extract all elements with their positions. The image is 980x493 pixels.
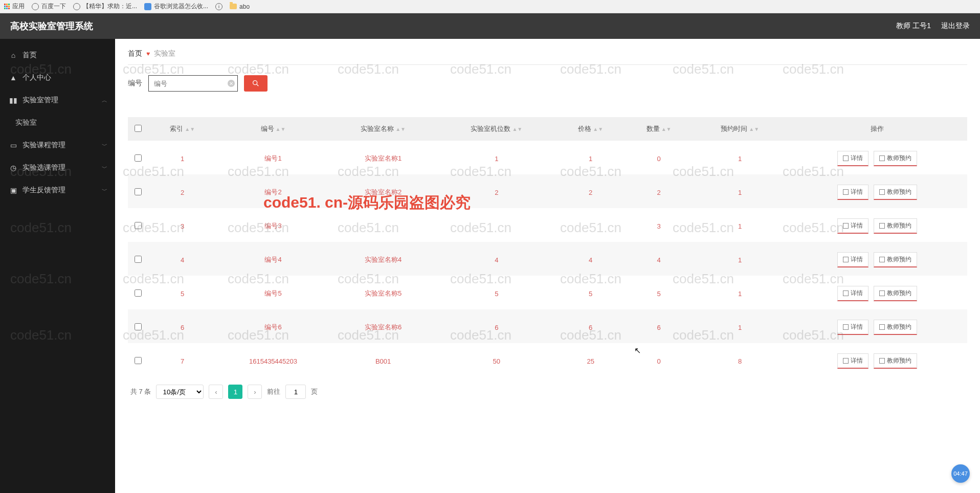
bookmark-readlist[interactable]: i — [215, 3, 222, 10]
row-checkbox[interactable] — [135, 154, 142, 162]
page-size-select[interactable]: 10条/页 — [156, 385, 204, 399]
search-button[interactable] — [244, 75, 268, 92]
teacher-reserve-button[interactable]: 教师预约 — [874, 185, 917, 200]
bookmark-baidu[interactable]: 百度一下 — [32, 2, 66, 11]
cell-index: 3 — [148, 209, 216, 243]
detail-button[interactable]: 详情 — [837, 320, 868, 335]
teacher-reserve-button[interactable]: 教师预约 — [874, 353, 917, 369]
sort-icon[interactable]: ▲▼ — [512, 128, 522, 131]
info-icon: i — [215, 3, 222, 10]
detail-button[interactable]: 详情 — [837, 286, 868, 301]
teacher-reserve-button[interactable]: 教师预约 — [874, 320, 917, 335]
search-bar: 编号 ✕ — [128, 75, 967, 92]
table-row: 2 编号2 实验室名称2 2 2 2 1 详情 教师预约 — [128, 175, 967, 209]
cell-index: 5 — [148, 277, 216, 310]
browser-bookmarks-bar: 应用 百度一下 【精华】求助：近... 谷歌浏览器怎么收... i abo — [0, 0, 980, 13]
cell-name — [330, 209, 437, 243]
goto-page-input[interactable] — [285, 385, 306, 399]
sidebar-item-elective-manage[interactable]: ◷ 实验选课管理 ﹀ — [0, 156, 115, 179]
sidebar-item-lab-manage[interactable]: ▮▮ 实验室管理 ︿ — [0, 89, 115, 111]
sidebar-item-feedback-manage[interactable]: ▣ 学生反馈管理 ﹀ — [0, 179, 115, 201]
detail-icon — [843, 290, 849, 296]
logout-link[interactable]: 退出登录 — [941, 21, 970, 31]
bookmark-label: 【精华】求助：近... — [83, 2, 137, 11]
detail-icon — [843, 358, 849, 364]
cell-code: 编号4 — [216, 243, 329, 277]
search-label: 编号 — [128, 79, 142, 88]
chart-icon: ▮▮ — [9, 96, 17, 104]
sort-icon[interactable]: ▲▼ — [185, 128, 195, 131]
cell-name: 实验室名称6 — [330, 310, 437, 344]
clear-icon[interactable]: ✕ — [228, 80, 235, 87]
sort-icon[interactable]: ▲▼ — [395, 128, 406, 131]
sort-icon[interactable]: ▲▼ — [749, 128, 759, 131]
teacher-reserve-button[interactable]: 教师预约 — [874, 286, 917, 301]
sidebar-item-label: 实验选课管理 — [23, 163, 65, 172]
cell-operation: 详情 教师预约 — [787, 142, 967, 175]
sort-icon[interactable]: ▲▼ — [593, 128, 603, 131]
main-content: 首页 ♥ 实验室 编号 ✕ 索引▲▼ 编号▲▼ 实验室名称▲ — [115, 39, 980, 493]
select-all-checkbox[interactable] — [135, 125, 142, 132]
sort-icon[interactable]: ▲▼ — [276, 128, 286, 131]
app-title: 高校实验室管理系统 — [10, 20, 93, 32]
sidebar-item-personal[interactable]: ▲ 个人中心 — [0, 66, 115, 89]
table-header-seats[interactable]: 实验室机位数▲▼ — [437, 117, 556, 142]
reserve-icon — [879, 290, 885, 296]
teacher-reserve-button[interactable]: 教师预约 — [874, 151, 917, 166]
row-checkbox[interactable] — [135, 256, 142, 263]
globe-icon — [73, 3, 80, 10]
sidebar-item-home[interactable]: ⌂ 首页 — [0, 44, 115, 66]
table-header-index[interactable]: 索引▲▼ — [148, 117, 216, 142]
bookmark-label: abo — [239, 3, 250, 10]
user-label[interactable]: 教师 工号1 — [896, 21, 931, 31]
row-checkbox[interactable] — [135, 289, 142, 297]
detail-button[interactable]: 详情 — [837, 151, 868, 166]
sidebar-item-label: 首页 — [23, 51, 37, 60]
row-checkbox[interactable] — [135, 357, 142, 364]
table-header-name[interactable]: 实验室名称▲▼ — [330, 117, 437, 142]
bookmark-label: 谷歌浏览器怎么收... — [154, 2, 208, 11]
next-page-button[interactable]: › — [248, 385, 262, 399]
table-header-price[interactable]: 价格▲▼ — [556, 117, 625, 142]
teacher-reserve-button[interactable]: 教师预约 — [874, 252, 917, 267]
cell-quantity: 0 — [625, 344, 693, 377]
detail-button[interactable]: 详情 — [837, 353, 868, 369]
search-input[interactable] — [148, 75, 238, 92]
detail-button[interactable]: 详情 — [837, 218, 868, 234]
sidebar-item-label: 实验课程管理 — [23, 141, 65, 150]
pagination: 共 7 条 10条/页 ‹ 1 › 前往 页 — [128, 377, 967, 407]
cell-price: 25 — [556, 344, 625, 377]
table-header-reserve-time[interactable]: 预约时间▲▼ — [693, 117, 787, 142]
table-row: 6 编号6 实验室名称6 6 6 6 1 详情 教师预约 — [128, 310, 967, 344]
table-header-quantity[interactable]: 数量▲▼ — [625, 117, 693, 142]
bookmark-google[interactable]: 谷歌浏览器怎么收... — [144, 2, 208, 11]
bookmark-apps[interactable]: 应用 — [4, 2, 25, 11]
sort-icon[interactable]: ▲▼ — [661, 128, 672, 131]
breadcrumb-home[interactable]: 首页 — [128, 49, 142, 58]
sidebar-item-lab[interactable]: 实验室 — [0, 111, 115, 134]
cell-seats: 6 — [437, 310, 556, 344]
cell-seats: 1 — [437, 142, 556, 175]
detail-button[interactable]: 详情 — [837, 185, 868, 200]
chevron-down-icon: ﹀ — [102, 187, 107, 194]
sidebar-item-label: 学生反馈管理 — [23, 186, 65, 195]
row-checkbox[interactable] — [135, 222, 142, 229]
cell-reserve-time: 1 — [693, 310, 787, 344]
detail-icon — [843, 223, 849, 229]
row-checkbox[interactable] — [135, 188, 142, 195]
cell-name: 实验室名称4 — [330, 243, 437, 277]
reserve-icon — [879, 324, 885, 330]
table-header-code[interactable]: 编号▲▼ — [216, 117, 329, 142]
bookmark-jinghua[interactable]: 【精华】求助：近... — [73, 2, 137, 11]
teacher-reserve-button[interactable]: 教师预约 — [874, 218, 917, 234]
cell-price: 1 — [556, 142, 625, 175]
cell-index: 6 — [148, 310, 216, 344]
sidebar-item-course-manage[interactable]: ▭ 实验课程管理 ﹀ — [0, 134, 115, 156]
row-checkbox[interactable] — [135, 323, 142, 330]
timer-badge[interactable]: 04:47 — [951, 464, 970, 483]
prev-page-button[interactable]: ‹ — [209, 385, 223, 399]
detail-button[interactable]: 详情 — [837, 252, 868, 267]
bookmark-abo[interactable]: abo — [230, 3, 250, 10]
page-number-button[interactable]: 1 — [228, 385, 242, 399]
table-header-operation: 操作 — [787, 117, 967, 142]
